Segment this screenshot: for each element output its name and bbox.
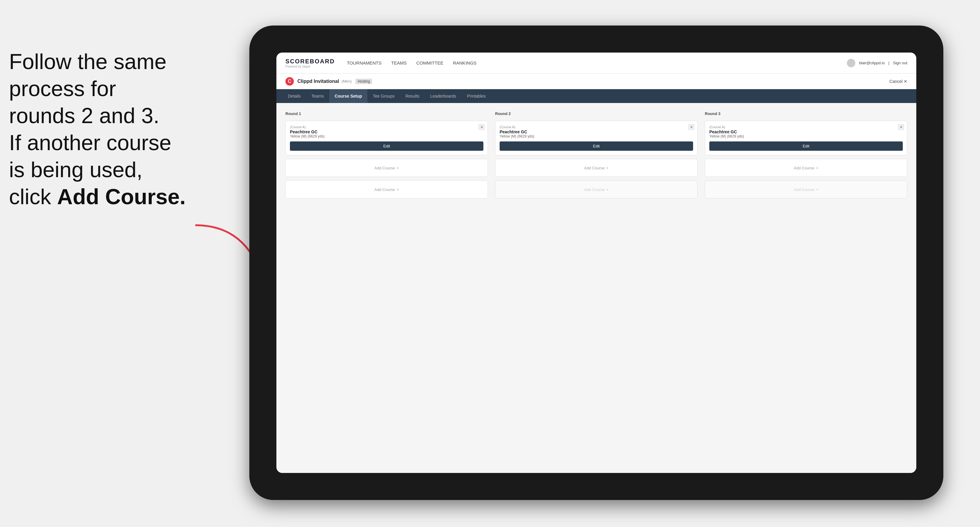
tab-details[interactable]: Details [282, 89, 306, 103]
main-content: Round 1 ✕ (Course A) Peachtree GC Yellow… [277, 103, 916, 473]
round-3-course-name: Peachtree GC [709, 129, 903, 134]
add-course-icon-2: + [396, 187, 399, 192]
tablet-screen: SCOREBOARD Powered by clippd TOURNAMENTS… [277, 52, 916, 473]
tournament-logo: C [285, 77, 294, 86]
round-2-add-course-2: Add Course + [495, 181, 698, 198]
round-3-course-label: (Course A) [709, 125, 903, 129]
tournament-header: C Clippd Invitational (Men) Hosting Canc… [277, 73, 916, 89]
round-3-add-course-label-1: Add Course [794, 166, 815, 170]
round-2-add-course-icon-1: + [606, 165, 609, 170]
separator: | [888, 61, 889, 65]
tab-results[interactable]: Results [400, 89, 425, 103]
round-2-title: Round 2 [495, 111, 698, 116]
round-2-course-card: ✕ (Course A) Peachtree GC Yellow (M) (66… [495, 121, 698, 155]
tournament-type: (Men) [342, 79, 352, 84]
user-area: blair@clippd.io | Sign out [847, 59, 907, 67]
tab-bar: Details Teams Course Setup Tee Groups Re… [277, 89, 916, 103]
round-2-course-details: Yellow (M) (6629 yds) [500, 134, 693, 138]
instruction-text: Follow the same process for rounds 2 and… [0, 48, 210, 210]
logo-sub: Powered by clippd [285, 65, 335, 68]
round-1-title: Round 1 [285, 111, 488, 116]
add-course-icon-1: + [396, 165, 399, 170]
top-nav: SCOREBOARD Powered by clippd TOURNAMENTS… [277, 52, 916, 73]
tablet-device: SCOREBOARD Powered by clippd TOURNAMENTS… [249, 25, 943, 500]
user-email: blair@clippd.io [859, 61, 885, 65]
round-1-course-card: ✕ (Course A) Peachtree GC Yellow (M) (66… [285, 121, 488, 155]
round-3-add-course-icon-1: + [816, 165, 818, 170]
round-2-add-course-label-2: Add Course [584, 187, 605, 192]
round-2-add-course-icon-2: + [606, 187, 609, 192]
round-3-add-course-icon-2: + [816, 187, 818, 192]
round-1-add-course-2[interactable]: Add Course + [285, 181, 488, 198]
round-3-course-card: ✕ (Course A) Peachtree GC Yellow (M) (66… [705, 121, 907, 155]
tab-leaderboards[interactable]: Leaderboards [425, 89, 461, 103]
round-2-course-name: Peachtree GC [500, 129, 693, 134]
tab-course-setup[interactable]: Course Setup [329, 89, 368, 103]
round-1-course-label: (Course A) [290, 125, 484, 129]
round-3-delete-button[interactable]: ✕ [898, 124, 904, 130]
nav-links: TOURNAMENTS TEAMS COMMITTEE RANKINGS [347, 59, 847, 67]
tournament-name: Clippd Invitational [298, 79, 339, 84]
round-1-delete-button[interactable]: ✕ [479, 124, 485, 130]
round-2-edit-button[interactable]: Edit [500, 141, 693, 151]
tab-teams[interactable]: Teams [306, 89, 329, 103]
round-1-course-name: Peachtree GC [290, 129, 484, 134]
nav-rankings[interactable]: RANKINGS [453, 59, 476, 67]
add-course-label-2: Add Course [374, 187, 395, 192]
tab-tee-groups[interactable]: Tee Groups [368, 89, 400, 103]
nav-teams[interactable]: TEAMS [391, 59, 407, 67]
round-3-title: Round 3 [705, 111, 907, 116]
user-avatar [847, 59, 855, 67]
logo-scoreboard: SCOREBOARD [285, 58, 335, 65]
sign-out-link[interactable]: Sign out [893, 61, 907, 65]
round-2-add-course-1[interactable]: Add Course + [495, 159, 698, 177]
round-3-course-details: Yellow (M) (6629 yds) [709, 134, 903, 138]
rounds-grid: Round 1 ✕ (Course A) Peachtree GC Yellow… [285, 111, 907, 198]
nav-committee[interactable]: COMMITTEE [417, 59, 444, 67]
round-1-add-course-1[interactable]: Add Course + [285, 159, 488, 177]
round-3-edit-button[interactable]: Edit [709, 141, 903, 151]
round-3-column: Round 3 ✕ (Course A) Peachtree GC Yellow… [705, 111, 907, 198]
round-3-add-course-label-2: Add Course [794, 187, 815, 192]
round-1-column: Round 1 ✕ (Course A) Peachtree GC Yellow… [285, 111, 488, 198]
round-3-add-course-2: Add Course + [705, 181, 907, 198]
cancel-button[interactable]: Cancel ✕ [889, 79, 907, 84]
add-course-label-1: Add Course [374, 166, 395, 170]
round-1-edit-button[interactable]: Edit [290, 141, 484, 151]
logo-area: SCOREBOARD Powered by clippd [285, 58, 335, 68]
round-2-delete-button[interactable]: ✕ [688, 124, 694, 130]
round-2-add-course-label-1: Add Course [584, 166, 605, 170]
round-3-add-course-1[interactable]: Add Course + [705, 159, 907, 177]
round-2-column: Round 2 ✕ (Course A) Peachtree GC Yellow… [495, 111, 698, 198]
nav-tournaments[interactable]: TOURNAMENTS [347, 59, 382, 67]
round-2-course-label: (Course A) [500, 125, 693, 129]
tournament-status: Hosting [355, 79, 372, 84]
tab-printables[interactable]: Printables [462, 89, 491, 103]
round-1-course-details: Yellow (M) (6629 yds) [290, 134, 484, 138]
